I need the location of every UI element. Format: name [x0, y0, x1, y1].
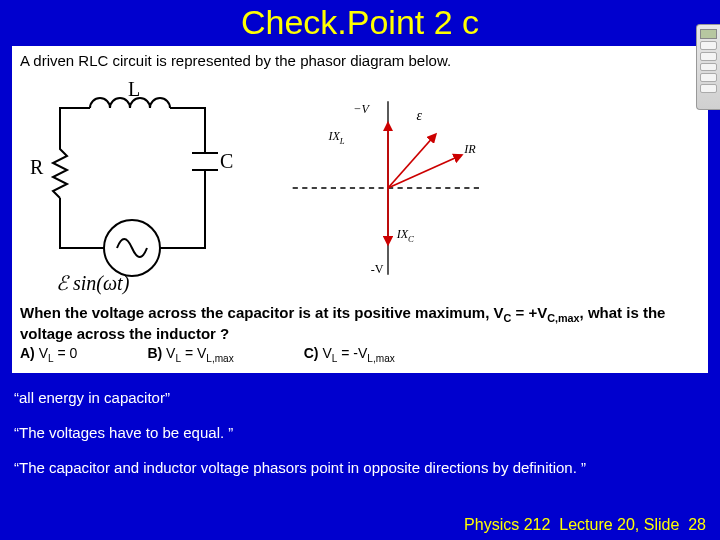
- quote-1: “all energy in capacitor”: [14, 389, 706, 406]
- question-panel: A driven RLC circuit is represented by t…: [12, 46, 708, 373]
- question-prompt: When the voltage across the capacitor is…: [20, 304, 700, 343]
- svg-line-7: [388, 155, 462, 188]
- svg-text:−V: −V: [353, 102, 370, 116]
- svg-text:IXC: IXC: [396, 227, 414, 243]
- label-emf: ℰ sin(ωt): [56, 272, 130, 295]
- phasor-IXC: IX: [396, 227, 409, 241]
- option-a[interactable]: A) VL = 0: [20, 345, 77, 365]
- phasor-diagram: −V ε IXL IR IXC -V: [258, 78, 518, 298]
- option-c[interactable]: C) VL = -VL,max: [304, 345, 395, 365]
- quote-3: “The capacitor and inductor voltage phas…: [14, 459, 706, 476]
- diagram-row: L R C ℰ sin(ωt) −V ε: [20, 78, 700, 298]
- phasor-IR: IR: [463, 142, 476, 156]
- phasor-vneg-bot: -V: [371, 262, 384, 276]
- quote-2: “The voltages have to be equal. ”: [14, 424, 706, 441]
- phasor-eps: ε: [417, 108, 423, 123]
- svg-text:ε: ε: [417, 108, 423, 123]
- option-b[interactable]: B) VL = VL,max: [147, 345, 233, 365]
- svg-line-6: [388, 134, 436, 188]
- phasor-IXL: IX: [327, 129, 340, 143]
- slide-title: Check.Point 2 c: [0, 0, 720, 42]
- rlc-circuit-diagram: L R C ℰ sin(ωt): [20, 78, 240, 298]
- svg-text:IR: IR: [463, 142, 476, 156]
- label-C: C: [220, 150, 233, 172]
- student-quotes: “all energy in capacitor” “The voltages …: [14, 389, 706, 476]
- question-intro: A driven RLC circuit is represented by t…: [20, 52, 700, 70]
- phasor-vneg-top: −V: [353, 102, 370, 116]
- label-R: R: [30, 156, 44, 178]
- clicker-remote: [696, 24, 720, 110]
- label-L: L: [128, 78, 140, 100]
- answer-row: A) VL = 0 B) VL = VL,max C) VL = -VL,max: [20, 345, 700, 365]
- svg-text:IXL: IXL: [327, 129, 344, 145]
- slide-footer: Physics 212 Lecture 20, Slide 28: [464, 516, 706, 534]
- svg-text:-V: -V: [371, 262, 384, 276]
